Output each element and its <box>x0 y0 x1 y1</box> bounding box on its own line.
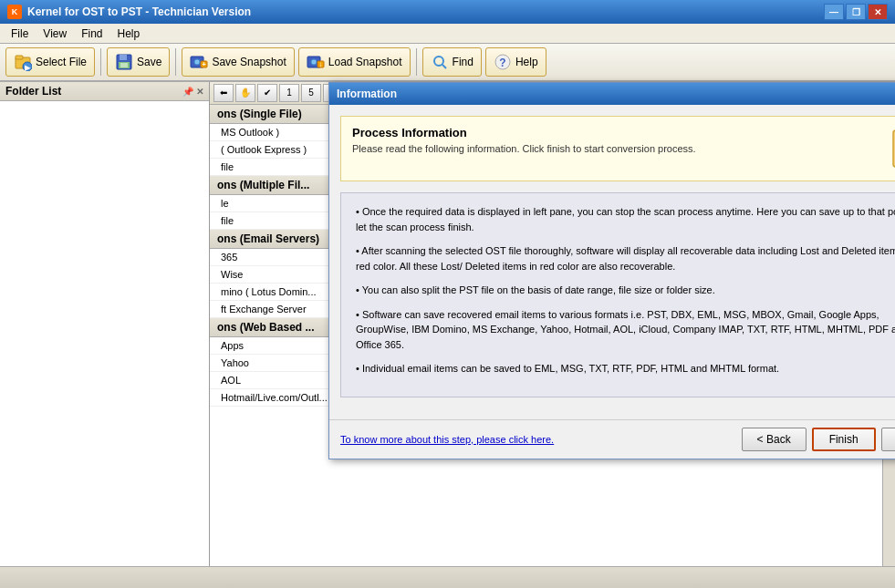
select-file-icon: ▶ <box>14 53 32 71</box>
sec-btn-2[interactable]: ✋ <box>235 84 255 102</box>
load-snapshot-label: Load Snapshot <box>328 56 402 68</box>
save-label: Save <box>137 56 161 68</box>
ost-icon: OST <box>889 126 895 171</box>
bullet-4: • Software can save recovered email item… <box>356 307 895 353</box>
svg-point-13 <box>311 59 317 65</box>
title-bar-controls: — ❐ ✕ <box>824 4 888 20</box>
sec-btn-5[interactable]: 5 <box>301 84 321 102</box>
save-snapshot-button[interactable]: + Save Snapshot <box>182 47 294 77</box>
footer-link[interactable]: To know more about this step, please cli… <box>340 434 554 445</box>
bullet-2: • After scanning the selected OST file t… <box>356 243 895 273</box>
right-panel: ⬅ ✋ ✔ 1 5 7 31 ✉ 📎 🖨 👤 📋 ons (Single Fil… <box>210 82 895 566</box>
svg-text:?: ? <box>499 57 505 69</box>
svg-point-9 <box>194 59 200 65</box>
left-panel: Folder List 📌 ✕ <box>0 82 210 566</box>
app-icon: K <box>7 5 22 19</box>
svg-text:▶: ▶ <box>25 64 31 71</box>
help-icon: ? <box>494 53 512 71</box>
menu-file[interactable]: File <box>4 26 36 42</box>
status-bar <box>0 566 895 588</box>
process-info-text: Process Information Please read the foll… <box>352 126 696 154</box>
toolbar: ▶ Select File Save + Save Snapshot <box>0 44 895 82</box>
svg-point-16 <box>434 57 443 66</box>
info-bullets-box: • Once the required data is displayed in… <box>340 192 895 397</box>
process-info-heading: Process Information <box>352 126 696 139</box>
folder-list-title: Folder List <box>5 85 61 98</box>
cancel-button[interactable]: Cancel <box>881 428 895 451</box>
help-button[interactable]: ? Help <box>485 47 546 77</box>
help-label: Help <box>515 56 538 68</box>
close-button[interactable]: ✕ <box>868 4 888 20</box>
svg-text:+: + <box>203 60 207 68</box>
dialog-footer-buttons: < Back Finish Cancel <box>742 428 895 451</box>
dialog-title: Information <box>337 88 397 100</box>
svg-rect-7 <box>120 63 128 67</box>
bullet-5: • Individual email items can be saved to… <box>356 361 895 377</box>
dialog-footer: To know more about this step, please cli… <box>329 419 895 459</box>
bullet-3: • You can also split the PST file on the… <box>356 283 895 298</box>
menu-view[interactable]: View <box>36 26 74 42</box>
find-label: Find <box>453 56 474 68</box>
save-snapshot-label: Save Snapshot <box>212 56 286 68</box>
save-snapshot-icon: + <box>190 53 208 71</box>
svg-line-17 <box>442 65 446 68</box>
panel-pin-icon[interactable]: 📌 ✕ <box>182 87 203 97</box>
minimize-button[interactable]: — <box>824 4 844 20</box>
load-snapshot-button[interactable]: ↓ Load Snapshot <box>298 47 411 77</box>
bullet-1: • Once the required data is displayed in… <box>356 204 895 234</box>
save-button[interactable]: Save <box>107 47 170 77</box>
svg-rect-1 <box>16 56 23 59</box>
load-snapshot-icon: ↓ <box>307 53 325 71</box>
menu-help[interactable]: Help <box>109 26 147 42</box>
select-file-label: Select File <box>36 56 87 68</box>
finish-button[interactable]: Finish <box>812 428 876 451</box>
main-area: Folder List 📌 ✕ ⬅ ✋ ✔ 1 5 7 31 ✉ 📎 🖨 👤 📋… <box>0 82 895 566</box>
menu-bar: File View Find Help <box>0 24 895 44</box>
find-button[interactable]: Find <box>422 47 482 77</box>
dialog-titlebar: Information ✕ <box>329 83 895 105</box>
svg-rect-5 <box>120 55 127 60</box>
dialog-content: Process Information Please read the foll… <box>329 105 895 419</box>
select-file-button[interactable]: ▶ Select File <box>5 47 95 77</box>
folder-list-header: Folder List 📌 ✕ <box>0 82 209 101</box>
find-icon <box>431 53 449 71</box>
sec-btn-4[interactable]: 1 <box>279 84 299 102</box>
save-icon <box>115 53 133 71</box>
svg-text:↓: ↓ <box>318 60 322 68</box>
title-bar: K Kernel for OST to PST - Technician Ver… <box>0 0 895 24</box>
sec-btn-1[interactable]: ⬅ <box>213 84 234 102</box>
sec-btn-3[interactable]: ✔ <box>257 84 277 102</box>
restore-button[interactable]: ❐ <box>846 4 866 20</box>
information-dialog: Information ✕ Process Information Please… <box>328 82 895 459</box>
app-title: Kernel for OST to PST - Technician Versi… <box>27 5 251 18</box>
process-info-box: Process Information Please read the foll… <box>340 116 895 181</box>
menu-find[interactable]: Find <box>74 26 109 42</box>
process-info-description: Please read the following information. C… <box>352 143 696 154</box>
back-button[interactable]: < Back <box>742 428 807 451</box>
